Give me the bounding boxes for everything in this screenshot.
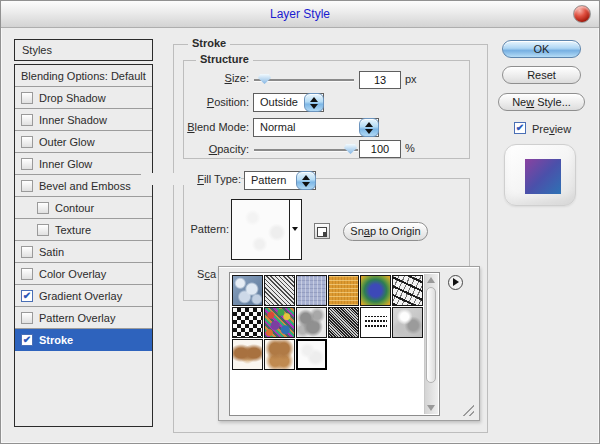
stepper-icon[interactable] — [296, 171, 316, 190]
checkbox-icon[interactable] — [21, 158, 33, 170]
styles-list-item-blending-options-default[interactable]: Blending Options: Default — [15, 65, 152, 87]
styles-list-item-satin[interactable]: Satin — [15, 241, 152, 263]
styles-list-item-bevel-and-emboss[interactable]: Bevel and Emboss — [15, 175, 152, 197]
dropdown-arrow-icon — [292, 227, 298, 231]
pattern-thumbnail-gray-clouds[interactable] — [296, 307, 327, 338]
position-value: Outside — [260, 94, 298, 111]
title-bar[interactable]: Layer Style — [1, 1, 599, 28]
styles-list-item-inner-shadow[interactable]: Inner Shadow — [15, 109, 152, 131]
styles-item-label: Inner Glow — [39, 158, 92, 170]
styles-list-item-pattern-overlay[interactable]: Pattern Overlay — [15, 307, 152, 329]
scroll-up-icon[interactable] — [427, 277, 435, 283]
size-input[interactable]: 13 — [359, 71, 401, 89]
checkbox-icon[interactable] — [21, 246, 33, 258]
close-icon[interactable] — [573, 5, 591, 23]
fill-type-dropdown[interactable]: Pattern — [244, 171, 316, 190]
pattern-thumbnail-orange-fabric[interactable] — [328, 275, 359, 306]
checkbox-icon[interactable]: ✔ — [21, 334, 33, 346]
styles-panel-header: Styles — [14, 39, 153, 61]
size-label: Size: — [149, 72, 249, 84]
layer-style-dialog: Layer Style Styles Blending Options: Def… — [0, 0, 600, 444]
pattern-thumbnail-tan-ornament-1[interactable] — [232, 339, 263, 370]
structure-group-legend: Structure — [196, 53, 253, 65]
styles-list-item-stroke[interactable]: ✔Stroke — [15, 329, 152, 351]
reset-button[interactable]: Reset — [502, 66, 581, 84]
pattern-thumbnail-bw-sketch[interactable] — [392, 275, 423, 306]
preview-checkbox[interactable]: ✔ — [514, 122, 526, 134]
pattern-thumbnail-white-crumpled[interactable] — [296, 339, 327, 370]
stepper-icon[interactable] — [359, 118, 379, 137]
pattern-thumbnail-blue-bubbles[interactable] — [232, 275, 263, 306]
position-label: Position: — [149, 96, 249, 108]
styles-item-label: Inner Shadow — [39, 114, 107, 126]
pattern-thumbnail-rainbow-tie-dye[interactable] — [360, 275, 391, 306]
scroll-down-icon[interactable] — [427, 405, 435, 411]
styles-item-label: Outer Glow — [39, 136, 95, 148]
checkbox-icon[interactable] — [21, 312, 33, 324]
preview-label: Preview — [532, 123, 571, 135]
picker-menu-button[interactable] — [448, 275, 463, 290]
styles-item-label: Pattern Overlay — [39, 312, 115, 324]
opacity-slider-track[interactable] — [254, 149, 358, 152]
stroke-group-legend: Stroke — [188, 37, 230, 49]
style-preview-thumbnail — [504, 144, 576, 206]
scrollbar-thumb[interactable] — [426, 287, 436, 383]
pattern-thumbnail-grid — [232, 275, 424, 371]
pattern-dropdown-strip[interactable] — [289, 200, 301, 259]
gradient-preview-swatch — [525, 159, 561, 194]
checkbox-icon[interactable] — [37, 202, 49, 214]
checkbox-icon[interactable] — [21, 180, 33, 192]
checkbox-icon[interactable] — [21, 136, 33, 148]
pattern-thumbnail-gray-marble[interactable] — [392, 307, 423, 338]
pattern-thumbnail-dense-noise[interactable] — [328, 307, 359, 338]
stepper-icon[interactable] — [304, 93, 324, 112]
styles-item-label: Stroke — [39, 334, 73, 346]
styles-item-label: Satin — [39, 246, 64, 258]
fill-type-label: Fill Type: — [141, 173, 241, 185]
pattern-thumbnail-checkerboard[interactable] — [232, 307, 263, 338]
blend-mode-label: Blend Mode: — [139, 121, 249, 133]
styles-item-label: Drop Shadow — [39, 92, 106, 104]
checkbox-icon[interactable] — [37, 224, 49, 236]
pattern-thumbnail-tan-ornament-2[interactable] — [264, 339, 295, 370]
opacity-unit: % — [405, 142, 415, 154]
styles-item-label: Color Overlay — [39, 268, 106, 280]
styles-item-label: Blending Options: Default — [21, 70, 146, 82]
styles-list-item-contour[interactable]: Contour — [15, 197, 152, 219]
blend-mode-dropdown[interactable]: Normal — [253, 118, 379, 137]
pattern-picker-listbox — [229, 272, 440, 416]
checkbox-icon[interactable] — [21, 268, 33, 280]
blend-mode-value: Normal — [260, 119, 295, 136]
new-pattern-preset-button[interactable] — [314, 223, 330, 239]
snap-to-origin-button[interactable]: Snap to Origin — [343, 222, 428, 241]
styles-item-label: Contour — [55, 202, 94, 214]
pattern-thumbnail-gray-noise[interactable] — [264, 275, 295, 306]
styles-item-label: Gradient Overlay — [39, 290, 122, 302]
pattern-swatch-well[interactable] — [231, 199, 302, 260]
styles-item-label: Texture — [55, 224, 91, 236]
pattern-thumbnail-glyph-rows[interactable] — [360, 307, 391, 338]
styles-list-item-gradient-overlay[interactable]: ✔Gradient Overlay — [15, 285, 152, 307]
ok-button[interactable]: OK — [502, 40, 581, 58]
pattern-label: Pattern: — [129, 223, 229, 235]
resize-grip-icon[interactable] — [459, 403, 474, 416]
styles-list-item-inner-glow[interactable]: Inner Glow — [15, 153, 152, 175]
styles-panel-header-label: Styles — [22, 44, 52, 56]
scale-label: Sca — [169, 268, 216, 280]
checkbox-icon[interactable] — [21, 114, 33, 126]
styles-list-item-outer-glow[interactable]: Outer Glow — [15, 131, 152, 153]
new-style-button[interactable]: New Style... — [498, 93, 585, 111]
styles-item-label: Bevel and Emboss — [39, 180, 131, 192]
styles-list-item-color-overlay[interactable]: Color Overlay — [15, 263, 152, 285]
pattern-thumbnail-color-mosaic[interactable] — [264, 307, 295, 338]
opacity-input[interactable]: 100 — [359, 140, 401, 158]
checkbox-icon[interactable] — [21, 92, 33, 104]
fill-type-value: Pattern — [251, 172, 286, 189]
position-dropdown[interactable]: Outside — [253, 93, 324, 112]
size-unit: px — [405, 73, 417, 85]
pattern-thumbnail-blue-weave[interactable] — [296, 275, 327, 306]
styles-list: Blending Options: DefaultDrop ShadowInne… — [14, 64, 153, 427]
checkbox-icon[interactable]: ✔ — [21, 290, 33, 302]
styles-list-item-drop-shadow[interactable]: Drop Shadow — [15, 87, 152, 109]
pattern-picker-scrollbar[interactable] — [424, 274, 438, 414]
